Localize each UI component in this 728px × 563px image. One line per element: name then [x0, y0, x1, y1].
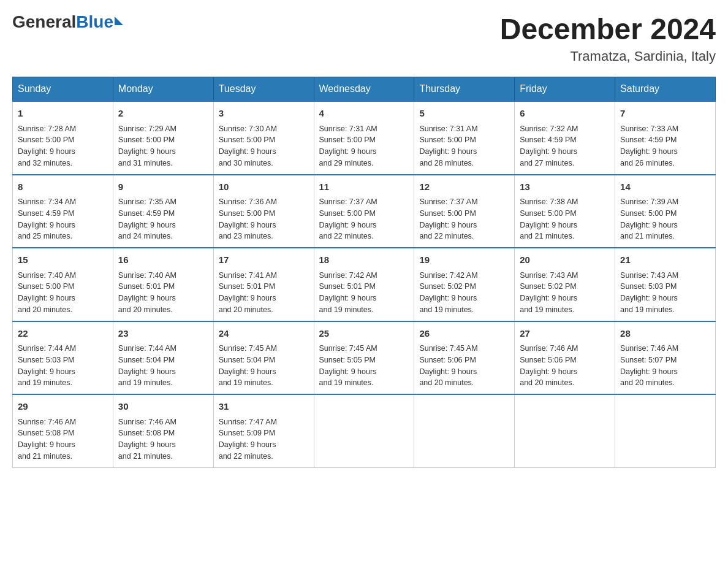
day-info: Sunrise: 7:35 AMSunset: 4:59 PMDaylight:… [118, 196, 208, 242]
day-info: Sunrise: 7:29 AMSunset: 5:00 PMDaylight:… [118, 123, 208, 169]
day-info: Sunrise: 7:37 AMSunset: 5:00 PMDaylight:… [419, 196, 509, 242]
day-info: Sunrise: 7:31 AMSunset: 5:00 PMDaylight:… [419, 123, 509, 169]
calendar-empty-cell [615, 394, 716, 467]
day-number: 7 [620, 107, 710, 121]
calendar-header-sunday: Sunday [13, 77, 113, 102]
calendar-header-row: SundayMondayTuesdayWednesdayThursdayFrid… [13, 77, 716, 102]
day-info: Sunrise: 7:33 AMSunset: 4:59 PMDaylight:… [620, 123, 710, 169]
calendar-day-17: 17Sunrise: 7:41 AMSunset: 5:01 PMDayligh… [213, 248, 314, 321]
day-number: 14 [620, 180, 710, 194]
day-number: 4 [319, 107, 409, 121]
day-info: Sunrise: 7:31 AMSunset: 5:00 PMDaylight:… [319, 123, 409, 169]
day-info: Sunrise: 7:34 AMSunset: 4:59 PMDaylight:… [18, 196, 108, 242]
calendar-week-row-2: 8Sunrise: 7:34 AMSunset: 4:59 PMDaylight… [13, 175, 716, 248]
calendar-day-14: 14Sunrise: 7:39 AMSunset: 5:00 PMDayligh… [615, 175, 716, 248]
day-number: 16 [118, 253, 208, 267]
calendar-header-saturday: Saturday [615, 77, 716, 102]
day-info: Sunrise: 7:37 AMSunset: 5:00 PMDaylight:… [319, 196, 409, 242]
day-number: 17 [219, 253, 309, 267]
day-number: 8 [18, 180, 108, 194]
calendar-day-31: 31Sunrise: 7:47 AMSunset: 5:09 PMDayligh… [213, 394, 314, 467]
day-number: 31 [219, 400, 309, 414]
calendar-header-tuesday: Tuesday [213, 77, 314, 102]
day-info: Sunrise: 7:42 AMSunset: 5:01 PMDaylight:… [319, 270, 409, 316]
day-number: 11 [319, 180, 409, 194]
logo-general-text: General [12, 12, 76, 32]
day-info: Sunrise: 7:46 AMSunset: 5:08 PMDaylight:… [18, 416, 108, 462]
day-number: 15 [18, 253, 108, 267]
calendar-week-row-5: 29Sunrise: 7:46 AMSunset: 5:08 PMDayligh… [13, 394, 716, 467]
day-info: Sunrise: 7:45 AMSunset: 5:06 PMDaylight:… [419, 343, 509, 389]
day-info: Sunrise: 7:38 AMSunset: 5:00 PMDaylight:… [520, 196, 610, 242]
day-info: Sunrise: 7:32 AMSunset: 4:59 PMDaylight:… [520, 123, 610, 169]
day-info: Sunrise: 7:42 AMSunset: 5:02 PMDaylight:… [419, 270, 509, 316]
calendar-day-21: 21Sunrise: 7:43 AMSunset: 5:03 PMDayligh… [615, 248, 716, 321]
logo-blue-text: Blue [76, 12, 113, 32]
calendar-day-19: 19Sunrise: 7:42 AMSunset: 5:02 PMDayligh… [414, 248, 515, 321]
day-number: 26 [419, 327, 509, 341]
calendar-day-27: 27Sunrise: 7:46 AMSunset: 5:06 PMDayligh… [515, 321, 615, 395]
calendar-day-10: 10Sunrise: 7:36 AMSunset: 5:00 PMDayligh… [213, 175, 314, 248]
calendar-day-20: 20Sunrise: 7:43 AMSunset: 5:02 PMDayligh… [515, 248, 615, 321]
page-header: General Blue December 2024 Tramatza, Sar… [12, 12, 716, 64]
day-number: 20 [520, 253, 610, 267]
day-number: 9 [118, 180, 208, 194]
day-info: Sunrise: 7:46 AMSunset: 5:06 PMDaylight:… [520, 343, 610, 389]
calendar-day-4: 4Sunrise: 7:31 AMSunset: 5:00 PMDaylight… [314, 101, 414, 175]
day-info: Sunrise: 7:45 AMSunset: 5:04 PMDaylight:… [219, 343, 309, 389]
day-number: 5 [419, 107, 509, 121]
day-number: 28 [620, 327, 710, 341]
day-info: Sunrise: 7:44 AMSunset: 5:03 PMDaylight:… [18, 343, 108, 389]
day-info: Sunrise: 7:47 AMSunset: 5:09 PMDaylight:… [219, 416, 309, 462]
day-number: 13 [520, 180, 610, 194]
title-area: December 2024 Tramatza, Sardinia, Italy [500, 12, 716, 64]
calendar-day-9: 9Sunrise: 7:35 AMSunset: 4:59 PMDaylight… [113, 175, 213, 248]
calendar-day-11: 11Sunrise: 7:37 AMSunset: 5:00 PMDayligh… [314, 175, 414, 248]
calendar-header-thursday: Thursday [414, 77, 515, 102]
day-number: 18 [319, 253, 409, 267]
calendar-day-3: 3Sunrise: 7:30 AMSunset: 5:00 PMDaylight… [213, 101, 314, 175]
calendar-day-29: 29Sunrise: 7:46 AMSunset: 5:08 PMDayligh… [13, 394, 113, 467]
calendar-header-friday: Friday [515, 77, 615, 102]
calendar-header-monday: Monday [113, 77, 213, 102]
calendar-day-15: 15Sunrise: 7:40 AMSunset: 5:00 PMDayligh… [13, 248, 113, 321]
calendar-day-16: 16Sunrise: 7:40 AMSunset: 5:01 PMDayligh… [113, 248, 213, 321]
day-number: 3 [219, 107, 309, 121]
day-info: Sunrise: 7:40 AMSunset: 5:00 PMDaylight:… [18, 270, 108, 316]
day-number: 27 [520, 327, 610, 341]
logo-triangle-icon [115, 17, 123, 25]
day-number: 2 [118, 107, 208, 121]
month-title: December 2024 [500, 12, 716, 46]
calendar-day-12: 12Sunrise: 7:37 AMSunset: 5:00 PMDayligh… [414, 175, 515, 248]
day-number: 1 [18, 107, 108, 121]
calendar-day-23: 23Sunrise: 7:44 AMSunset: 5:04 PMDayligh… [113, 321, 213, 395]
day-info: Sunrise: 7:46 AMSunset: 5:08 PMDaylight:… [118, 416, 208, 462]
day-info: Sunrise: 7:43 AMSunset: 5:03 PMDaylight:… [620, 270, 710, 316]
day-number: 30 [118, 400, 208, 414]
day-number: 22 [18, 327, 108, 341]
calendar-day-13: 13Sunrise: 7:38 AMSunset: 5:00 PMDayligh… [515, 175, 615, 248]
calendar-empty-cell [414, 394, 515, 467]
day-number: 6 [520, 107, 610, 121]
day-info: Sunrise: 7:28 AMSunset: 5:00 PMDaylight:… [18, 123, 108, 169]
day-info: Sunrise: 7:30 AMSunset: 5:00 PMDaylight:… [219, 123, 309, 169]
day-info: Sunrise: 7:45 AMSunset: 5:05 PMDaylight:… [319, 343, 409, 389]
day-info: Sunrise: 7:40 AMSunset: 5:01 PMDaylight:… [118, 270, 208, 316]
logo-blue-part: Blue [76, 12, 123, 32]
day-info: Sunrise: 7:36 AMSunset: 5:00 PMDaylight:… [219, 196, 309, 242]
calendar-day-1: 1Sunrise: 7:28 AMSunset: 5:00 PMDaylight… [13, 101, 113, 175]
day-info: Sunrise: 7:41 AMSunset: 5:01 PMDaylight:… [219, 270, 309, 316]
day-info: Sunrise: 7:44 AMSunset: 5:04 PMDaylight:… [118, 343, 208, 389]
day-number: 23 [118, 327, 208, 341]
day-number: 19 [419, 253, 509, 267]
calendar-empty-cell [314, 394, 414, 467]
day-info: Sunrise: 7:46 AMSunset: 5:07 PMDaylight:… [620, 343, 710, 389]
calendar-day-7: 7Sunrise: 7:33 AMSunset: 4:59 PMDaylight… [615, 101, 716, 175]
calendar-week-row-4: 22Sunrise: 7:44 AMSunset: 5:03 PMDayligh… [13, 321, 716, 395]
calendar-table: SundayMondayTuesdayWednesdayThursdayFrid… [12, 77, 716, 468]
day-number: 10 [219, 180, 309, 194]
calendar-empty-cell [515, 394, 615, 467]
day-number: 25 [319, 327, 409, 341]
day-number: 21 [620, 253, 710, 267]
calendar-day-22: 22Sunrise: 7:44 AMSunset: 5:03 PMDayligh… [13, 321, 113, 395]
